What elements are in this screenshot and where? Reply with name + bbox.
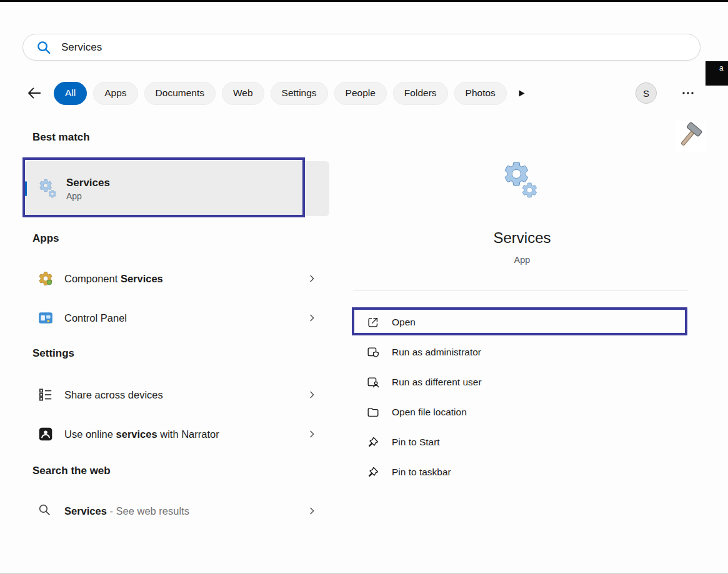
run-admin-shield-icon bbox=[366, 345, 380, 359]
section-heading-search-the-web: Search the web bbox=[32, 465, 111, 477]
action-label: Run as administrator bbox=[392, 347, 481, 358]
section-heading-best-match: Best match bbox=[32, 131, 90, 144]
search-bar[interactable] bbox=[22, 34, 701, 61]
action-open[interactable]: Open bbox=[353, 309, 689, 336]
filter-tab-apps[interactable]: Apps bbox=[93, 82, 137, 105]
text-part: Use online bbox=[64, 428, 116, 440]
background-window-fragment: a bbox=[706, 61, 728, 86]
hammer-cursor-icon bbox=[676, 121, 707, 152]
best-match-result-services[interactable]: Services App bbox=[25, 161, 329, 216]
filter-tab-people[interactable]: People bbox=[334, 82, 387, 105]
pin-icon bbox=[366, 435, 380, 449]
result-text: Control Panel bbox=[64, 312, 127, 324]
text-part-bold: services bbox=[116, 428, 157, 440]
section-heading-settings: Settings bbox=[32, 347, 74, 360]
action-pin-to-start[interactable]: Pin to Start bbox=[353, 428, 689, 457]
filter-tab-web[interactable]: Web bbox=[222, 82, 264, 105]
selection-accent-bar bbox=[25, 181, 27, 196]
scroll-filters-arrow-button[interactable] bbox=[517, 89, 526, 98]
fragment-text: a bbox=[719, 64, 724, 72]
section-heading-apps: Apps bbox=[32, 232, 59, 245]
result-title: Services bbox=[66, 177, 110, 189]
text-part: Control Panel bbox=[64, 312, 127, 324]
run-different-user-icon bbox=[366, 375, 380, 389]
text-part-bold: Services bbox=[121, 273, 163, 284]
more-options-button[interactable] bbox=[681, 86, 696, 101]
text-part: Component bbox=[64, 273, 121, 284]
filter-tabs-row: All Apps Documents Web Settings People F… bbox=[22, 79, 706, 107]
avatar-letter: S bbox=[643, 88, 649, 99]
result-control-panel[interactable]: Control Panel bbox=[25, 302, 329, 334]
result-share-across-devices[interactable]: Share across devices bbox=[25, 379, 329, 410]
folder-icon bbox=[366, 405, 380, 419]
action-pin-to-taskbar[interactable]: Pin to taskbar bbox=[353, 458, 689, 487]
text-part-bold: Services bbox=[64, 505, 107, 517]
search-input[interactable] bbox=[61, 41, 687, 54]
expand-chevron-button[interactable] bbox=[307, 390, 317, 400]
action-label: Pin to Start bbox=[392, 437, 440, 448]
action-label: Pin to taskbar bbox=[392, 467, 451, 478]
expand-chevron-button[interactable] bbox=[307, 313, 317, 323]
filter-tab-settings[interactable]: Settings bbox=[271, 82, 328, 105]
best-match-text: Services App bbox=[66, 177, 110, 201]
action-run-as-different-user[interactable]: Run as different user bbox=[353, 368, 689, 397]
text-part-muted: - See web results bbox=[107, 505, 189, 517]
action-label: Run as different user bbox=[392, 377, 482, 388]
result-component-services[interactable]: Component Services bbox=[25, 263, 329, 294]
result-use-online-services-narrator[interactable]: Use online services with Narrator bbox=[25, 418, 329, 450]
result-text: Component Services bbox=[64, 273, 163, 285]
expand-chevron-button[interactable] bbox=[307, 429, 317, 439]
filter-tab-folders[interactable]: Folders bbox=[393, 82, 448, 105]
services-app-icon-large bbox=[498, 158, 542, 202]
result-text: Share across devices bbox=[64, 389, 163, 401]
back-button[interactable] bbox=[22, 81, 46, 105]
web-search-icon bbox=[37, 503, 54, 519]
action-label: Open file location bbox=[392, 407, 467, 418]
text-part: with Narrator bbox=[157, 428, 219, 440]
narrator-icon bbox=[37, 426, 54, 442]
result-web-search-services[interactable]: Services - See web results bbox=[25, 495, 329, 527]
preview-subtitle: App bbox=[339, 255, 706, 265]
component-services-icon bbox=[37, 270, 54, 287]
result-subtitle: App bbox=[66, 191, 110, 201]
result-text: Use online services with Narrator bbox=[64, 428, 219, 440]
expand-chevron-button[interactable] bbox=[307, 506, 317, 516]
filter-tab-documents[interactable]: Documents bbox=[144, 82, 216, 105]
search-icon bbox=[36, 39, 52, 56]
result-text: Services - See web results bbox=[64, 505, 189, 517]
preview-title: Services bbox=[339, 229, 706, 247]
action-open-file-location[interactable]: Open file location bbox=[353, 398, 689, 427]
expand-chevron-button[interactable] bbox=[307, 274, 317, 284]
divider bbox=[353, 290, 688, 291]
text-part: Share across devices bbox=[64, 389, 163, 400]
share-across-devices-icon bbox=[37, 387, 54, 403]
account-avatar[interactable]: S bbox=[636, 82, 657, 104]
filter-tab-all[interactable]: All bbox=[54, 82, 87, 105]
filter-tab-photos[interactable]: Photos bbox=[454, 82, 507, 105]
action-label: Open bbox=[392, 317, 416, 328]
windows-search-window: All Apps Documents Web Settings People F… bbox=[0, 0, 728, 574]
action-run-as-administrator[interactable]: Run as administrator bbox=[353, 338, 689, 367]
pin-icon bbox=[366, 465, 380, 479]
preview-panel: Services App Open Run as administrator R… bbox=[339, 114, 706, 574]
control-panel-icon bbox=[37, 310, 54, 326]
open-external-icon bbox=[366, 315, 380, 329]
services-gears-icon bbox=[36, 177, 59, 200]
